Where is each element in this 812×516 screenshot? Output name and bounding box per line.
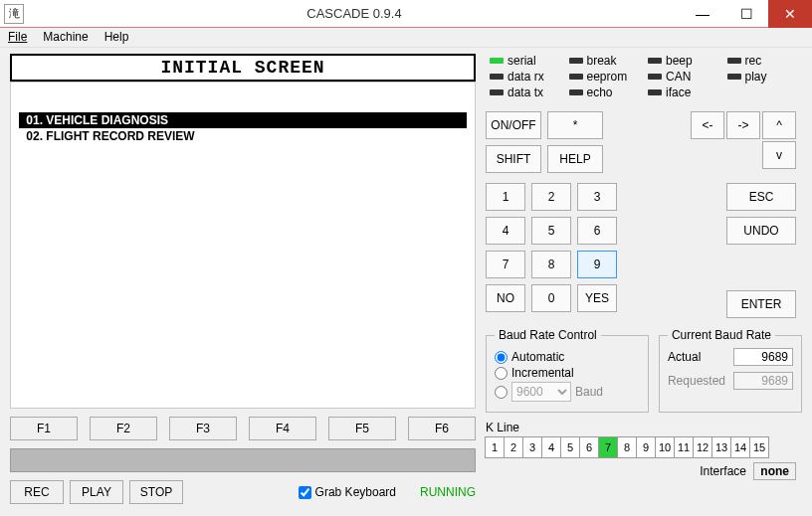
baud-inc-label: Incremental xyxy=(511,366,574,380)
screen-body: 01. VEHICLE DIAGNOSIS 02. FLIGHT RECORD … xyxy=(10,82,476,409)
progress-bar xyxy=(10,448,476,472)
left-button[interactable]: <- xyxy=(691,111,724,139)
kline-12[interactable]: 12 xyxy=(693,436,712,458)
indicator-eeprom: eeprom xyxy=(569,70,641,84)
right-button[interactable]: -> xyxy=(726,111,760,139)
kline-11[interactable]: 11 xyxy=(674,436,694,458)
led-icon xyxy=(648,74,662,80)
baud-auto-label: Automatic xyxy=(511,350,564,364)
indicator-break: break xyxy=(569,54,641,68)
kline-8[interactable]: 8 xyxy=(617,436,637,458)
baud-manual-radio[interactable] xyxy=(495,386,508,399)
kline-14[interactable]: 14 xyxy=(730,436,750,458)
indicator-iface: iface xyxy=(648,86,719,99)
baud-inc-radio[interactable] xyxy=(495,367,508,380)
kline-1[interactable]: 1 xyxy=(485,436,505,458)
kline-10[interactable]: 10 xyxy=(655,436,675,458)
led-icon xyxy=(569,74,583,80)
kline-7[interactable]: 7 xyxy=(598,436,618,458)
screen-row[interactable]: 02. FLIGHT RECORD REVIEW xyxy=(19,128,467,144)
screen-row[interactable]: 01. VEHICLE DIAGNOSIS xyxy=(19,112,467,128)
zero-button[interactable]: 0 xyxy=(531,284,571,312)
led-icon xyxy=(490,58,504,64)
kline-4[interactable]: 4 xyxy=(541,436,561,458)
kline-3[interactable]: 3 xyxy=(522,436,542,458)
window-title: CASCADE 0.9.4 xyxy=(28,6,681,21)
onoff-button[interactable]: ON/OFF xyxy=(486,111,541,139)
numpad: 123456789 xyxy=(486,183,617,278)
indicator-serial: serial xyxy=(490,54,561,68)
down-button[interactable]: v xyxy=(762,141,796,169)
current-legend: Current Baud Rate xyxy=(668,328,775,342)
kline-6[interactable]: 6 xyxy=(579,436,599,458)
undo-button[interactable]: UNDO xyxy=(726,217,796,245)
dpad: <- ^ -> v xyxy=(691,111,796,173)
menu-machine[interactable]: Machine xyxy=(43,30,88,45)
fkey-f4[interactable]: F4 xyxy=(249,417,316,440)
actual-value xyxy=(733,348,793,366)
baud-select[interactable]: 9600 xyxy=(511,382,571,402)
requested-label: Requested xyxy=(668,374,725,388)
indicator-data-tx: data tx xyxy=(490,86,561,99)
titlebar: 滝 CASCADE 0.9.4 — ☐ ✕ xyxy=(0,0,812,28)
no-button[interactable]: NO xyxy=(486,284,525,312)
fkey-f2[interactable]: F2 xyxy=(90,417,157,440)
num-2-button[interactable]: 2 xyxy=(531,183,571,211)
fkey-f1[interactable]: F1 xyxy=(10,417,78,440)
menu-file[interactable]: File xyxy=(8,30,27,45)
kline-15[interactable]: 15 xyxy=(749,436,769,458)
minimize-button[interactable]: — xyxy=(681,0,724,28)
star-button[interactable]: * xyxy=(547,111,603,139)
led-icon xyxy=(727,74,741,80)
kline-2[interactable]: 2 xyxy=(504,436,523,458)
up-button[interactable]: ^ xyxy=(762,111,796,139)
rec-button[interactable]: REC xyxy=(10,480,64,504)
led-icon xyxy=(569,58,583,64)
esc-button[interactable]: ESC xyxy=(726,183,796,211)
num-3-button[interactable]: 3 xyxy=(577,183,617,211)
kline-13[interactable]: 13 xyxy=(711,436,731,458)
indicator-echo: echo xyxy=(569,86,641,99)
led-icon xyxy=(648,58,662,64)
indicator-grid: serialbreakbeeprecdata rxeepromCANplayda… xyxy=(486,54,802,99)
fkey-f6[interactable]: F6 xyxy=(408,417,476,440)
status-text: RUNNING xyxy=(420,485,476,499)
current-baud: Current Baud Rate Actual Requested xyxy=(659,328,802,413)
num-5-button[interactable]: 5 xyxy=(531,217,571,245)
kline-5[interactable]: 5 xyxy=(560,436,580,458)
fkey-row: F1F2F3F4F5F6 xyxy=(10,417,476,440)
indicator-data-rx: data rx xyxy=(490,70,561,84)
shift-button[interactable]: SHIFT xyxy=(486,145,541,173)
num-9-button[interactable]: 9 xyxy=(577,251,617,278)
actual-label: Actual xyxy=(668,350,725,364)
fkey-f3[interactable]: F3 xyxy=(169,417,237,440)
grab-keyboard-check[interactable]: Grab Keyboard xyxy=(299,485,396,499)
baud-auto-radio[interactable] xyxy=(495,351,508,364)
stop-button[interactable]: STOP xyxy=(129,480,183,504)
yes-button[interactable]: YES xyxy=(577,284,617,312)
kline-9[interactable]: 9 xyxy=(636,436,656,458)
menubar: File Machine Help xyxy=(0,28,812,48)
play-button[interactable]: PLAY xyxy=(70,480,123,504)
enter-button[interactable]: ENTER xyxy=(726,290,796,318)
menu-help[interactable]: Help xyxy=(104,30,129,45)
indicator-rec: rec xyxy=(727,54,799,68)
num-7-button[interactable]: 7 xyxy=(486,251,525,278)
help-button[interactable]: HELP xyxy=(547,145,603,173)
baud-unit-label: Baud xyxy=(575,385,603,399)
fkey-f5[interactable]: F5 xyxy=(328,417,396,440)
led-icon xyxy=(490,89,504,95)
num-6-button[interactable]: 6 xyxy=(577,217,617,245)
maximize-button[interactable]: ☐ xyxy=(724,0,768,28)
num-1-button[interactable]: 1 xyxy=(486,183,525,211)
interface-status: Interface none xyxy=(486,464,802,478)
close-button[interactable]: ✕ xyxy=(768,0,812,28)
num-4-button[interactable]: 4 xyxy=(486,217,525,245)
led-icon xyxy=(490,74,504,80)
kline-row: 123456789101112131415 xyxy=(486,436,802,458)
grab-keyboard-input[interactable] xyxy=(299,486,311,499)
screen-title: INITIAL SCREEN xyxy=(10,54,476,82)
led-icon xyxy=(727,58,741,64)
led-icon xyxy=(569,89,583,95)
num-8-button[interactable]: 8 xyxy=(531,251,571,278)
